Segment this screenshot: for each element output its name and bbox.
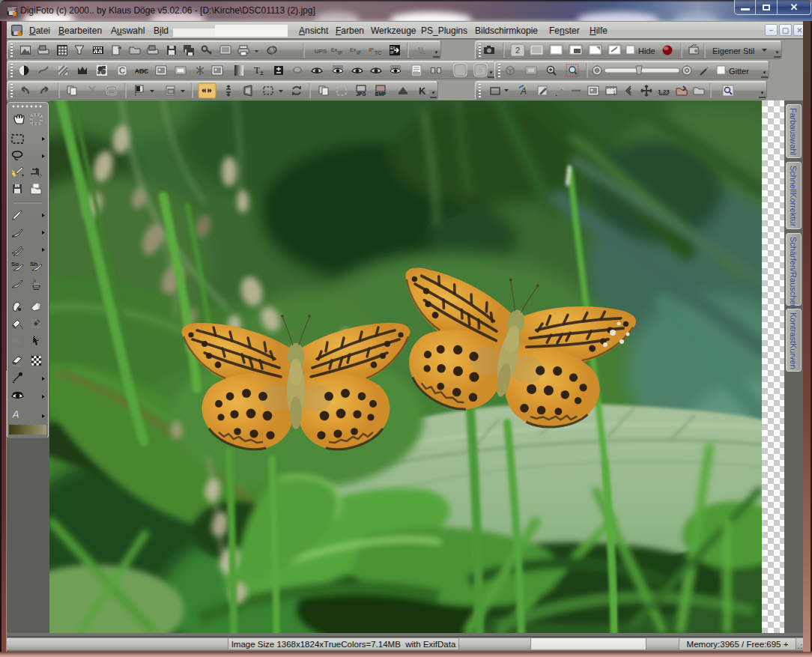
svg-text:IF: IF — [390, 50, 393, 55]
svg-text:Gitter: Gitter — [729, 67, 749, 76]
svg-text:¶§: ¶§ — [418, 46, 424, 52]
svg-text:IF: IF — [338, 50, 342, 55]
svg-text:2: 2 — [515, 46, 520, 55]
svg-text:Ex: Ex — [350, 47, 357, 52]
svg-text:A: A — [11, 408, 19, 420]
svg-text:IF: IF — [357, 50, 361, 55]
svg-text:Ex: Ex — [331, 47, 338, 52]
svg-text:Sh: Sh — [30, 261, 37, 267]
svg-text:TC: TC — [375, 50, 381, 55]
svg-text:IP: IP — [369, 47, 374, 52]
svg-text:Eigener Stil: Eigener Stil — [712, 46, 754, 55]
svg-text:(ο): (ο) — [12, 336, 20, 344]
svg-text:So: So — [11, 261, 19, 267]
svg-text:Hide: Hide — [638, 46, 655, 55]
svg-text:○: ○ — [478, 67, 482, 74]
svg-text:UPS: UPS — [315, 48, 327, 55]
